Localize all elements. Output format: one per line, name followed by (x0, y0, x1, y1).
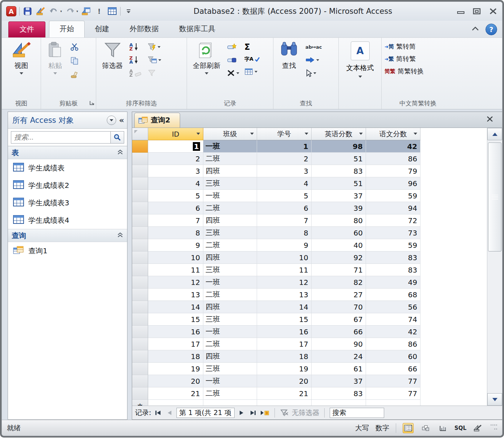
new-record-selector[interactable]: * (132, 400, 148, 406)
scroll-down-icon[interactable] (487, 393, 502, 406)
cell[interactable]: 73 (366, 227, 420, 239)
column-filter-dropdown-icon[interactable] (414, 133, 417, 135)
cell[interactable]: 二班 (203, 338, 257, 350)
cell[interactable]: 79 (366, 165, 420, 177)
cell[interactable]: 四班 (203, 301, 257, 313)
cell[interactable]: 2 (148, 153, 203, 165)
sort-descending-button[interactable]: ZA (128, 55, 144, 65)
view-button[interactable]: 视图 (9, 40, 34, 98)
cell[interactable]: 94 (366, 202, 420, 214)
scroll-up-icon[interactable] (487, 128, 502, 140)
datasheet-view-button[interactable] (403, 423, 414, 433)
cell[interactable]: 6 (148, 202, 203, 214)
cell[interactable]: 3 (148, 165, 203, 177)
cell[interactable]: 68 (366, 289, 420, 301)
cell[interactable] (203, 400, 257, 406)
cell[interactable]: 83 (366, 251, 420, 264)
last-record-icon[interactable] (248, 408, 258, 418)
cell[interactable]: 四班 (203, 165, 257, 177)
cell[interactable]: 11 (257, 264, 312, 276)
cell[interactable]: 9 (148, 239, 203, 251)
save-record-button[interactable] (225, 55, 241, 65)
paste-dropdown-icon[interactable] (53, 72, 57, 74)
switch-windows-icon[interactable] (81, 6, 91, 16)
cell[interactable]: 15 (257, 313, 312, 326)
cell[interactable]: 二班 (203, 239, 257, 251)
cell[interactable]: 6 (257, 202, 312, 214)
cell[interactable]: 12 (148, 276, 203, 289)
new-record-icon[interactable] (260, 408, 269, 418)
cell[interactable]: 2 (257, 153, 312, 165)
cell[interactable]: 14 (257, 301, 312, 313)
nav-item-学生成绩表[interactable]: 学生成绩表 (8, 159, 127, 177)
row-selector[interactable] (132, 375, 148, 387)
cell[interactable]: 66 (312, 326, 366, 338)
help-button[interactable]: ? (485, 24, 497, 35)
maximize-button[interactable] (472, 7, 483, 15)
cell[interactable]: 83 (366, 264, 420, 276)
cell[interactable]: 98 (312, 140, 366, 153)
goto-button[interactable] (304, 55, 323, 65)
cell[interactable]: 70 (312, 301, 366, 313)
row-selector[interactable] (132, 276, 148, 289)
row-selector[interactable] (132, 301, 148, 313)
cell[interactable]: 39 (312, 202, 366, 214)
navigation-pane-menu-icon[interactable] (107, 116, 116, 125)
minimize-button[interactable] (456, 7, 467, 15)
row-selector[interactable] (132, 363, 148, 375)
row-selector[interactable] (132, 190, 148, 202)
row-selector[interactable] (132, 227, 148, 239)
cell[interactable]: 二班 (203, 202, 257, 214)
section-collapse-icon[interactable] (117, 148, 123, 157)
text-format-dropdown-icon[interactable] (358, 76, 362, 78)
row-selector[interactable] (132, 202, 148, 214)
cell[interactable]: 18 (257, 350, 312, 363)
row-selector[interactable] (132, 177, 148, 190)
cell[interactable]: 9 (257, 239, 312, 251)
cell[interactable]: 10 (257, 251, 312, 264)
cell[interactable]: 77 (366, 387, 420, 400)
cell[interactable]: 二班 (203, 387, 257, 400)
cell[interactable]: 67 (312, 313, 366, 326)
cell[interactable]: 17 (257, 338, 312, 350)
cell[interactable]: 86 (366, 153, 420, 165)
row-selector[interactable] (132, 239, 148, 251)
cell[interactable]: 60 (366, 350, 420, 363)
tab-create[interactable]: 创建 (85, 21, 119, 37)
cell[interactable]: 59 (366, 239, 420, 251)
row-selector[interactable] (132, 264, 148, 276)
cell[interactable]: 三班 (203, 227, 257, 239)
cell[interactable]: 8 (257, 227, 312, 239)
cell[interactable]: 13 (148, 289, 203, 301)
cell[interactable]: 二班 (203, 153, 257, 165)
qat-customize-dropdown-icon[interactable] (123, 6, 134, 16)
cell[interactable]: 10 (148, 251, 203, 264)
cell[interactable]: 71 (312, 264, 366, 276)
current-record-box[interactable]: 第 1 项(共 21 项 (176, 408, 235, 418)
cell[interactable]: 13 (257, 289, 312, 301)
cell[interactable]: 61 (312, 363, 366, 375)
tab-database-tools[interactable]: 数据库工具 (169, 21, 225, 37)
cell[interactable]: 二班 (203, 289, 257, 301)
resize-grip[interactable] (490, 424, 497, 432)
redo-dropdown-icon[interactable]: ▾ (77, 9, 78, 13)
column-header-4[interactable]: 语文分数 (366, 128, 420, 140)
advanced-selection-button[interactable] (146, 41, 163, 52)
cell[interactable]: 40 (312, 239, 366, 251)
row-selector[interactable] (132, 387, 148, 400)
nav-item-学生成绩表4[interactable]: 学生成绩表4 (8, 212, 127, 229)
cell[interactable]: 74 (366, 313, 420, 326)
new-record-button[interactable] (225, 41, 241, 52)
row-selector[interactable] (132, 214, 148, 227)
cell[interactable]: 37 (312, 375, 366, 387)
format-painter-button[interactable] (69, 69, 80, 80)
cell[interactable]: 59 (366, 190, 420, 202)
cell[interactable]: 42 (366, 140, 420, 153)
cell[interactable]: 11 (148, 264, 203, 276)
cell[interactable]: 7 (148, 214, 203, 227)
cell[interactable]: 16 (148, 326, 203, 338)
undo-icon[interactable] (49, 6, 59, 16)
cell[interactable]: 72 (366, 214, 420, 227)
close-button[interactable] (488, 7, 499, 15)
no-filter-button[interactable]: 无筛选器 (280, 408, 319, 418)
